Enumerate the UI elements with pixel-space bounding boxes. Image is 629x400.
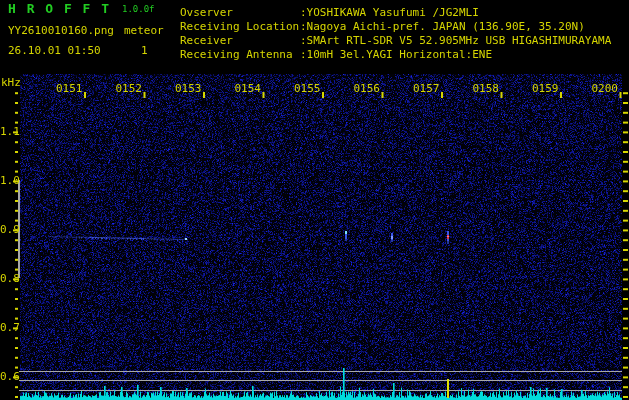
time-tick-label-0153: 0153 — [175, 83, 202, 94]
freq-tick-label-0.7: 0.7 — [0, 322, 13, 333]
app-title: H R O F F T — [8, 3, 111, 14]
receiver-label: Receiver — [180, 35, 233, 46]
freq-tick-label-0.9: 0.9 — [0, 224, 13, 235]
time-tick-label-0157: 0157 — [413, 83, 440, 94]
time-tick-label-0155: 0155 — [294, 83, 321, 94]
location-label: Receiving Location — [180, 21, 299, 32]
time-tick-label-0156: 0156 — [354, 83, 381, 94]
time-tick-label-0152: 0152 — [116, 83, 143, 94]
time-tick-label-0200: 0200 — [592, 83, 619, 94]
khz-axis-label: kHz — [1, 77, 21, 88]
observer-value: :YOSHIKAWA Yasufumi /JG2MLI — [300, 7, 479, 18]
freq-tick-label-1.0: 1.0 — [0, 175, 13, 186]
time-tick-label-0158: 0158 — [473, 83, 500, 94]
observer-label: Ovserver — [180, 7, 233, 18]
time-tick-label-0151: 0151 — [56, 83, 83, 94]
receiver-value: :SMArt RTL-SDR V5 52.905MHz USB HIGASHIM… — [300, 35, 611, 46]
time-tick-label-0154: 0154 — [235, 83, 262, 94]
location-value: :Nagoya Aichi-pref. JAPAN (136.90E, 35.2… — [300, 21, 585, 32]
hrofft-screen: H R O F F T 1.0.0f YY2610010160.png mete… — [0, 0, 629, 400]
app-version: 1.0.0f — [122, 5, 155, 14]
antenna-label: Receiving Antenna — [180, 49, 293, 60]
time-tick-label-0159: 0159 — [532, 83, 559, 94]
freq-tick-label-0.8: 0.8 — [0, 273, 13, 284]
freq-tick-label-1.1: 1.1 — [0, 126, 13, 137]
antenna-value: :10mH 3el.YAGI Horizontal:ENE — [300, 49, 492, 60]
timestamp: 26.10.01 01:50 — [8, 45, 101, 56]
mode-label: meteor — [124, 25, 164, 36]
output-filename: YY2610010160.png — [8, 25, 114, 36]
echo-count: 1 — [141, 45, 148, 56]
freq-tick-label-0.6: 0.6 — [0, 371, 13, 382]
